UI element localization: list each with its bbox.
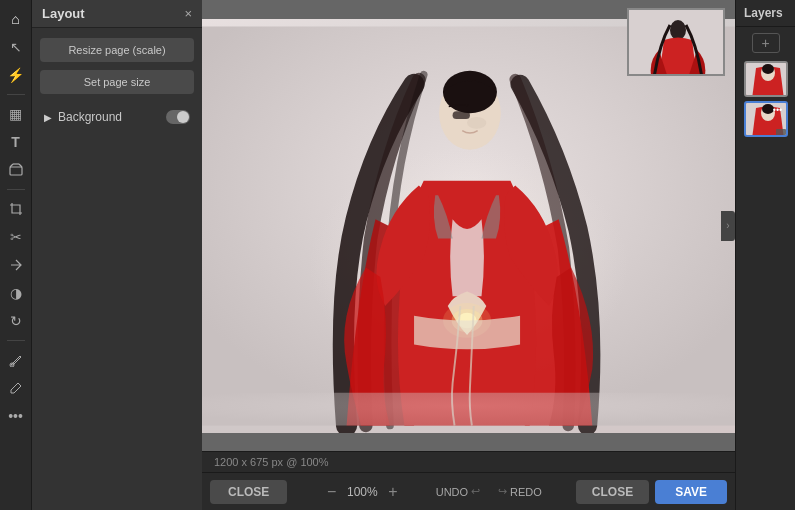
toolbar-divider-2 — [7, 189, 25, 190]
left-toolbar: ⌂ ↖ ⚡ ▦ T ✂ ◑ ↻ — [0, 0, 32, 510]
toggle-dot — [177, 111, 189, 123]
svg-point-15 — [467, 117, 486, 129]
layers-panel: Layers + • — [735, 0, 795, 510]
undo-redo-group: UNDO ↩ ↪ REDO — [428, 481, 550, 502]
layer-item-2[interactable]: ••• — [744, 101, 788, 137]
add-layer-button[interactable]: + — [752, 33, 780, 53]
zoom-in-button[interactable]: + — [384, 481, 401, 503]
redo-arrow-icon: ↪ — [498, 485, 507, 498]
layer-item-1[interactable] — [744, 61, 788, 97]
home-icon[interactable]: ⌂ — [5, 8, 27, 30]
close-left-button[interactable]: CLOSE — [210, 480, 287, 504]
brightness-icon[interactable]: ◑ — [5, 282, 27, 304]
layers-header: Layers — [736, 0, 795, 27]
layout-panel: Layout × Resize page (scale) Set page si… — [32, 0, 202, 510]
set-page-size-button[interactable]: Set page size — [40, 70, 194, 94]
text-icon[interactable]: T — [5, 131, 27, 153]
zoom-controls: − 100% + — [323, 481, 402, 503]
crop-icon[interactable] — [5, 198, 27, 220]
close-right-button[interactable]: CLOSE — [576, 480, 649, 504]
svg-point-13 — [443, 70, 497, 112]
save-button[interactable]: SAVE — [655, 480, 727, 504]
artwork-background — [202, 19, 735, 433]
eraser-icon[interactable] — [5, 159, 27, 181]
svg-rect-14 — [453, 111, 470, 119]
background-label[interactable]: ▶ Background — [44, 110, 122, 124]
svg-rect-16 — [202, 392, 735, 425]
undo-arrow-icon: ↩ — [471, 485, 480, 498]
background-text: Background — [58, 110, 122, 124]
preview-thumbnail — [627, 8, 725, 76]
panel-close-button[interactable]: × — [184, 7, 192, 20]
preview-thumb-image — [629, 10, 723, 74]
panel-content: Resize page (scale) Set page size ▶ Back… — [32, 28, 202, 138]
transform-icon[interactable] — [5, 254, 27, 276]
undo-button[interactable]: UNDO ↩ — [428, 481, 488, 502]
more-options-icon[interactable]: ••• — [5, 405, 27, 427]
zoom-out-button[interactable]: − — [323, 481, 340, 503]
panel-header: Layout × — [32, 0, 202, 28]
table-icon[interactable]: ▦ — [5, 103, 27, 125]
artwork-canvas: › — [202, 19, 735, 433]
layer-1-thumbnail — [746, 63, 786, 95]
canvas-status-bar: 1200 x 675 px @ 100% — [202, 451, 735, 472]
background-section: ▶ Background — [40, 106, 194, 128]
resize-page-scale-button[interactable]: Resize page (scale) — [40, 38, 194, 62]
canvas-view: › — [202, 0, 735, 451]
toolbar-divider-1 — [7, 94, 25, 95]
bolt-icon[interactable]: ⚡ — [5, 64, 27, 86]
scissors-icon[interactable]: ✂ — [5, 226, 27, 248]
bottom-toolbar: CLOSE − 100% + UNDO ↩ ↪ REDO CLOSE SAVE — [202, 472, 735, 510]
app-container: ⌂ ↖ ⚡ ▦ T ✂ ◑ ↻ — [0, 0, 795, 510]
svg-rect-23 — [776, 129, 786, 137]
svg-point-6 — [670, 20, 686, 40]
brush-icon[interactable] — [5, 349, 27, 371]
redo-button[interactable]: ↪ REDO — [490, 481, 550, 502]
rotate-icon[interactable]: ↻ — [5, 310, 27, 332]
zoom-value-display: 100% — [344, 485, 380, 499]
canvas-status-text: 1200 x 675 px @ 100% — [214, 456, 329, 468]
expand-arrow-icon: ▶ — [44, 112, 52, 123]
main-area: › 1200 x 675 px @ 100% CLOSE − 100% + UN… — [202, 0, 735, 510]
panel-title: Layout — [42, 6, 85, 21]
toolbar-divider-3 — [7, 340, 25, 341]
bottom-right-buttons: CLOSE SAVE — [576, 480, 727, 504]
pen-icon[interactable] — [5, 377, 27, 399]
collapse-handle[interactable]: › — [721, 211, 735, 241]
svg-point-19 — [762, 64, 774, 74]
select-icon[interactable]: ↖ — [5, 36, 27, 58]
background-toggle[interactable] — [166, 110, 190, 124]
layer-options-button[interactable]: ••• — [772, 105, 784, 115]
svg-rect-0 — [10, 167, 22, 175]
